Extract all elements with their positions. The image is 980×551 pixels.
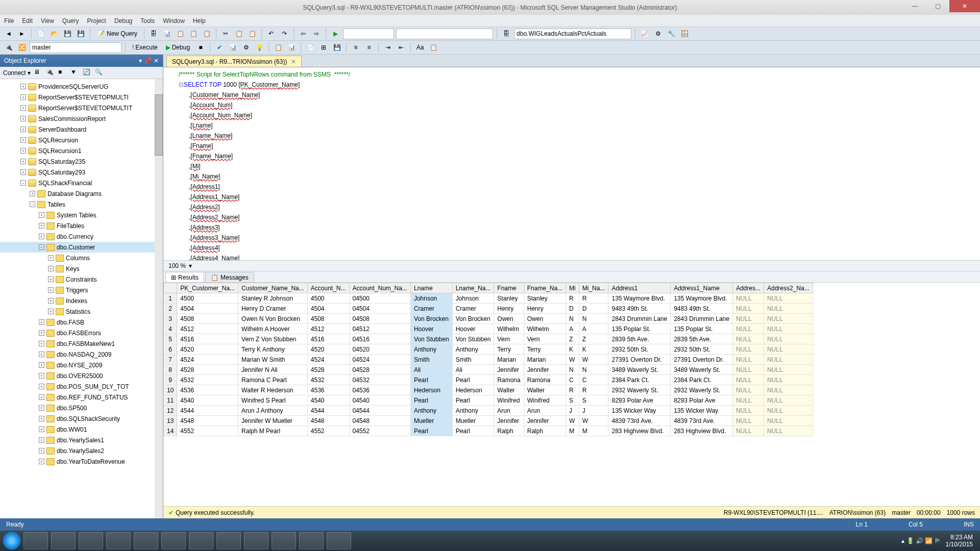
cell[interactable]: 4536 bbox=[307, 385, 349, 395]
intellisense-icon[interactable]: 💡 bbox=[254, 42, 265, 53]
cell[interactable]: Smith bbox=[452, 355, 494, 365]
copy-icon[interactable]: 📋 bbox=[233, 28, 244, 39]
cell[interactable]: 4 bbox=[164, 324, 177, 334]
cell[interactable]: 135 Waymore Blvd. bbox=[608, 293, 671, 304]
cell[interactable]: Arun J Anthony bbox=[238, 406, 308, 416]
ssms-icon[interactable] bbox=[327, 532, 351, 549]
minimize-button[interactable]: — bbox=[903, 0, 926, 12]
cell[interactable]: Terry K Anthony bbox=[238, 344, 308, 355]
cell[interactable]: Hederson bbox=[410, 385, 452, 395]
paste-icon[interactable]: 📋 bbox=[247, 28, 258, 39]
change-conn-icon[interactable]: 🔀 bbox=[16, 42, 28, 53]
tree-node[interactable]: +dbo.WW01 bbox=[0, 424, 163, 435]
cell[interactable]: Mueller bbox=[410, 416, 452, 426]
db-engine-query-icon[interactable]: 🗄 bbox=[148, 28, 159, 39]
cell[interactable]: 2843 Drummin Lane bbox=[671, 314, 733, 324]
cell[interactable]: NULL bbox=[732, 293, 764, 304]
forward-icon[interactable]: ► bbox=[16, 28, 28, 39]
col-header[interactable]: Address2_Na... bbox=[764, 283, 813, 293]
tree-node[interactable]: +dbo.YearlySales1 bbox=[0, 435, 163, 445]
cell[interactable]: 4504 bbox=[307, 304, 349, 314]
cell[interactable]: NULL bbox=[764, 355, 813, 365]
cell[interactable]: Stanley bbox=[524, 293, 566, 304]
xmla-icon[interactable]: 📋 bbox=[201, 28, 212, 39]
oe-refresh-icon[interactable]: 🔄 bbox=[83, 68, 92, 78]
col-header[interactable]: Account_N... bbox=[307, 283, 349, 293]
find-combo[interactable] bbox=[396, 29, 493, 39]
cell[interactable]: Smith bbox=[410, 355, 452, 365]
cell[interactable]: Marian W Smith bbox=[238, 355, 308, 365]
cell[interactable]: A bbox=[566, 324, 579, 334]
cell[interactable]: 2932 50th St. bbox=[608, 344, 671, 355]
window-icon[interactable]: 🪟 bbox=[679, 28, 690, 39]
toolbox-icon[interactable] bbox=[216, 532, 241, 549]
cell[interactable]: 4524 bbox=[307, 355, 349, 365]
cell[interactable]: 135 Waymore Blvd. bbox=[671, 293, 733, 304]
registered-servers-icon[interactable]: 🗄 bbox=[501, 28, 512, 39]
cell[interactable]: Winifred bbox=[494, 395, 524, 406]
cell[interactable]: Pearl bbox=[410, 395, 452, 406]
cell[interactable]: Johnson bbox=[410, 293, 452, 304]
cell[interactable]: 04516 bbox=[349, 334, 410, 344]
undo-icon[interactable]: ↶ bbox=[265, 28, 277, 39]
cell[interactable]: 04552 bbox=[349, 426, 410, 436]
cell[interactable]: NULL bbox=[732, 426, 764, 436]
cell[interactable]: 13 bbox=[164, 416, 177, 426]
tree-node[interactable]: −Tables bbox=[0, 199, 163, 210]
cell[interactable]: 2384 Park Ct. bbox=[671, 375, 733, 385]
cell[interactable]: Pearl bbox=[452, 375, 494, 385]
tree-node[interactable]: +dbo.FASBErrors bbox=[0, 328, 163, 338]
cell[interactable]: 3489 Waverly St. bbox=[608, 365, 671, 375]
cell[interactable]: 135 Wicker Way bbox=[608, 406, 671, 416]
cell[interactable]: 27391 Overton Dr. bbox=[671, 355, 733, 365]
tree-node[interactable]: +dbo.NYSE_2009 bbox=[0, 360, 163, 370]
cell[interactable]: Arun bbox=[494, 406, 524, 416]
cell[interactable]: Pearl bbox=[410, 426, 452, 436]
cell[interactable]: Ralph bbox=[524, 426, 566, 436]
paint-icon[interactable] bbox=[134, 532, 158, 549]
cell[interactable]: 4504 bbox=[177, 304, 238, 314]
tray-icons[interactable]: ▴ 🔋 🔊 📶 🏳 bbox=[901, 537, 940, 544]
cell[interactable]: NULL bbox=[732, 395, 764, 406]
cell[interactable]: 04524 bbox=[349, 355, 410, 365]
cell[interactable]: Wilhelm bbox=[494, 324, 524, 334]
tree-node[interactable]: +SQLRecursion1 bbox=[0, 145, 163, 156]
database-selector[interactable] bbox=[30, 42, 121, 53]
cell[interactable]: Walter bbox=[524, 385, 566, 395]
cell[interactable]: 04504 bbox=[349, 304, 410, 314]
tree-node[interactable]: +dbo.NASDAQ_2009 bbox=[0, 349, 163, 360]
cell[interactable]: N bbox=[579, 314, 608, 324]
cell[interactable]: 135 Poplar St. bbox=[608, 324, 671, 334]
zoom-dropdown-icon[interactable]: ▾ bbox=[189, 262, 192, 269]
cell[interactable]: 9483 49th St. bbox=[608, 304, 671, 314]
cell[interactable]: Cramer bbox=[410, 304, 452, 314]
save-icon[interactable]: 💾 bbox=[62, 28, 73, 39]
cell[interactable]: Ramona C Pearl bbox=[238, 375, 308, 385]
cell[interactable]: 4512 bbox=[307, 324, 349, 334]
cell[interactable]: Vern Z Von Stubben bbox=[238, 334, 308, 344]
cell[interactable]: NULL bbox=[764, 426, 813, 436]
include-plan-icon[interactable]: 📋 bbox=[273, 42, 284, 53]
tree-node[interactable]: +dbo.REF_FUND_STATUS bbox=[0, 392, 163, 403]
zoom-value[interactable]: 100 % bbox=[168, 262, 186, 269]
cell[interactable]: NULL bbox=[764, 314, 813, 324]
cell[interactable]: 04508 bbox=[349, 314, 410, 324]
menu-help[interactable]: Help bbox=[193, 17, 206, 24]
cell[interactable]: D bbox=[579, 304, 608, 314]
pin-icon[interactable]: 📌 bbox=[144, 57, 152, 64]
dmx-icon[interactable]: 📋 bbox=[188, 28, 199, 39]
cell[interactable]: 4540 bbox=[177, 395, 238, 406]
oe-disconnect-icon[interactable]: 🔌 bbox=[46, 68, 55, 78]
cell[interactable]: NULL bbox=[732, 355, 764, 365]
cell[interactable]: K bbox=[566, 344, 579, 355]
media-player-icon[interactable] bbox=[51, 532, 76, 549]
cell[interactable]: Wilhelm A Hoover bbox=[238, 324, 308, 334]
cell[interactable]: 8 bbox=[164, 365, 177, 375]
cell[interactable]: NULL bbox=[764, 416, 813, 426]
tree-node[interactable]: +ReportServer$STEVETOPMULTI bbox=[0, 92, 163, 103]
cell[interactable]: Ali bbox=[410, 365, 452, 375]
cell[interactable]: R bbox=[566, 293, 579, 304]
cell[interactable]: 14 bbox=[164, 426, 177, 436]
cell[interactable]: M bbox=[566, 426, 579, 436]
cell[interactable]: 4500 bbox=[177, 293, 238, 304]
